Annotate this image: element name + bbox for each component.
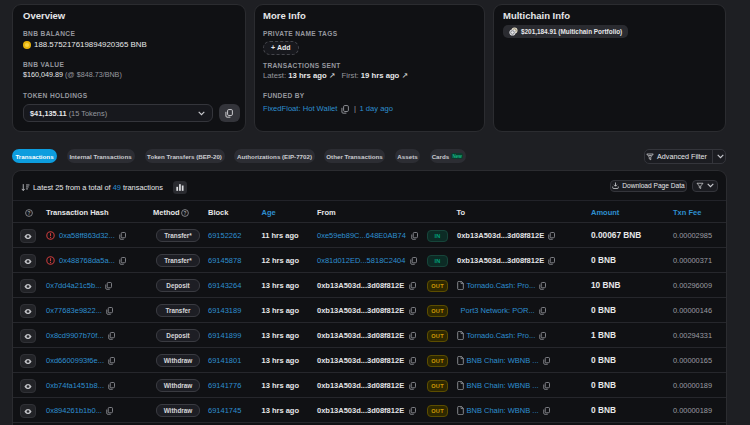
svg-text:?: ? <box>184 210 187 215</box>
svg-text:?: ? <box>28 210 31 215</box>
